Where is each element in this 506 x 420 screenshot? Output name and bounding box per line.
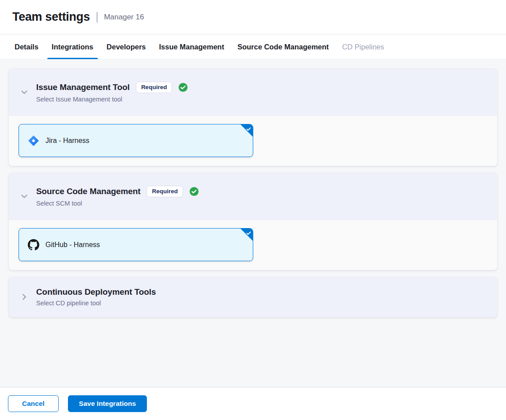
check-circle-icon: [189, 187, 199, 196]
tab-issue-management[interactable]: Issue Management: [155, 34, 229, 59]
title-divider: [97, 12, 97, 22]
page-header: Team settings Manager 16: [0, 0, 506, 34]
tab-cd-pipelines: CD Pipelines: [337, 34, 388, 59]
selected-check-icon: [246, 230, 251, 236]
cancel-button[interactable]: Cancel: [8, 395, 59, 412]
section-issue-management-tool: Issue Management Tool Required Select Is…: [9, 68, 497, 166]
selected-check-icon: [246, 126, 251, 132]
section-subtitle: Select SCM tool: [36, 200, 199, 207]
chevron-down-icon: [20, 88, 28, 96]
section-title: Source Code Management: [36, 187, 140, 196]
section-continuous-deployment-tools: Continuous Deployment Tools Select CD pi…: [9, 277, 497, 317]
tool-card-label: GitHub - Harness: [45, 241, 100, 249]
section-source-code-management: Source Code Management Required Select S…: [9, 172, 497, 270]
section-subtitle: Select CD pipeline tool: [36, 300, 156, 307]
section-cd-header[interactable]: Continuous Deployment Tools Select CD pi…: [9, 277, 497, 317]
section-issue-management-header[interactable]: Issue Management Tool Required Select Is…: [9, 68, 497, 116]
section-scm-header[interactable]: Source Code Management Required Select S…: [9, 172, 497, 220]
tool-card-github[interactable]: GitHub - Harness: [19, 228, 253, 261]
tab-details[interactable]: Details: [10, 34, 43, 59]
jira-icon: [28, 135, 39, 146]
check-circle-icon: [178, 82, 188, 92]
tool-card-label: Jira - Harness: [45, 137, 90, 145]
section-title: Continuous Deployment Tools: [36, 287, 156, 297]
section-title: Issue Management Tool: [36, 82, 130, 92]
page-context-label: Manager 16: [104, 13, 144, 22]
settings-tab-bar: Details Integrations Developers Issue Ma…: [0, 34, 506, 60]
chevron-down-icon: [20, 192, 28, 200]
save-integrations-button[interactable]: Save Integrations: [68, 395, 147, 412]
integrations-content: Issue Management Tool Required Select Is…: [0, 60, 506, 387]
tool-card-jira[interactable]: Jira - Harness: [19, 124, 253, 157]
required-badge: Required: [136, 82, 172, 93]
footer-action-bar: Cancel Save Integrations: [0, 387, 506, 420]
tab-developers[interactable]: Developers: [102, 34, 150, 59]
team-settings-page: Team settings Manager 16 Details Integra…: [0, 0, 506, 420]
chevron-right-icon: [20, 293, 28, 301]
github-icon: [28, 239, 39, 251]
section-subtitle: Select Issue Management tool: [36, 96, 188, 103]
required-badge: Required: [146, 186, 183, 197]
tab-source-code-management[interactable]: Source Code Management: [233, 34, 333, 59]
page-title: Team settings: [12, 10, 90, 24]
tab-integrations[interactable]: Integrations: [47, 34, 97, 59]
